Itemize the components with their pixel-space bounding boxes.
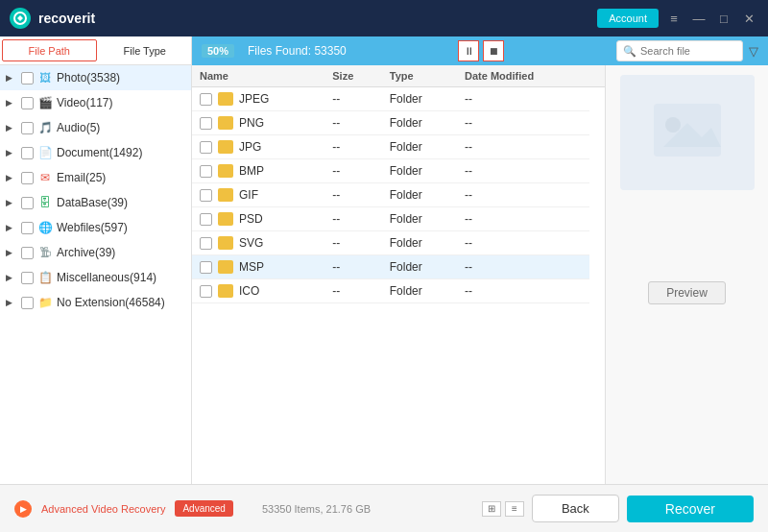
file-date: -- [457, 111, 589, 135]
search-input[interactable] [640, 45, 736, 57]
sidebar-item-noextension[interactable]: ▶ 📁 No Extension(46584) [0, 290, 191, 315]
file-name: JPEG [239, 92, 269, 106]
app-logo [10, 8, 31, 29]
title-bar: recoverit Account ≡ — □ ✕ [0, 0, 768, 36]
recover-button[interactable]: Recover [627, 496, 754, 522]
file-type: Folder [382, 111, 457, 135]
row-checkbox[interactable] [200, 141, 212, 154]
file-size: -- [324, 207, 382, 231]
file-size: -- [324, 135, 382, 159]
col-type: Type [382, 65, 457, 87]
files-header: 50% Files Found: 53350 ⏸ ⏹ 🔍 ▽ [192, 36, 768, 65]
row-checkbox[interactable] [200, 117, 212, 130]
expand-arrow-email: ▶ [6, 173, 17, 182]
photo-icon: 🖼 [37, 70, 53, 85]
grid-view-icon[interactable]: ⊞ [482, 501, 501, 517]
row-checkbox[interactable] [200, 165, 212, 178]
table-row[interactable]: MSP -- Folder -- [192, 255, 605, 279]
row-checkbox[interactable] [200, 261, 212, 274]
menu-button[interactable]: ≡ [664, 9, 684, 28]
sidebar-item-webfiles[interactable]: ▶ 🌐 Webfiles(597) [0, 215, 191, 240]
expand-arrow-miscellaneous: ▶ [6, 273, 17, 282]
label-photo: Photo(3538) [57, 71, 120, 85]
sidebar-item-email[interactable]: ▶ ✉ Email(25) [0, 165, 191, 190]
maximize-button[interactable]: □ [714, 9, 733, 28]
filter-icon[interactable]: ▽ [749, 44, 758, 59]
checkbox-webfiles[interactable] [21, 222, 34, 234]
files-found-label: Files Found: 53350 [248, 44, 347, 58]
file-type: Folder [382, 87, 457, 111]
file-type: Folder [382, 183, 457, 207]
checkbox-photo[interactable] [21, 72, 34, 85]
table-row[interactable]: PSD -- Folder -- [192, 207, 605, 231]
checkbox-database[interactable] [21, 197, 34, 209]
list-view-icon[interactable]: ≡ [505, 501, 524, 517]
checkbox-audio[interactable] [21, 122, 34, 134]
sidebar-item-photo[interactable]: ▶ 🖼 Photo(3538) [0, 65, 191, 90]
stop-button[interactable]: ⏹ [483, 40, 504, 61]
table-row[interactable]: SVG -- Folder -- [192, 231, 605, 255]
row-checkbox[interactable] [200, 285, 212, 298]
pause-button[interactable]: ⏸ [458, 40, 479, 61]
sidebar-item-video[interactable]: ▶ 🎬 Video(117) [0, 90, 191, 115]
checkbox-miscellaneous[interactable] [21, 272, 34, 284]
row-checkbox[interactable] [200, 189, 212, 202]
sidebar-item-document[interactable]: ▶ 📄 Document(1492) [0, 140, 191, 165]
archive-icon: 🗜 [37, 245, 53, 260]
sidebar-item-archive[interactable]: ▶ 🗜 Archive(39) [0, 240, 191, 265]
expand-arrow-audio: ▶ [6, 123, 17, 133]
label-webfiles: Webfiles(597) [57, 221, 128, 234]
file-type: Folder [382, 207, 457, 231]
search-icon: 🔍 [623, 45, 636, 58]
sidebar-item-database[interactable]: ▶ 🗄 DataBase(39) [0, 190, 191, 215]
table-row[interactable]: JPEG -- Folder -- [192, 87, 605, 111]
file-date: -- [457, 87, 589, 111]
video-icon: 🎬 [37, 95, 53, 110]
table-row[interactable]: ICO -- Folder -- [192, 279, 605, 303]
label-miscellaneous: Miscellaneous(914) [57, 271, 156, 284]
webfiles-icon: 🌐 [37, 220, 53, 235]
expand-arrow-document: ▶ [6, 148, 17, 157]
email-icon: ✉ [37, 170, 53, 185]
checkbox-noextension[interactable] [21, 297, 34, 309]
row-checkbox[interactable] [200, 93, 212, 106]
sidebar-item-audio[interactable]: ▶ 🎵 Audio(5) [0, 115, 191, 140]
main-content: File Path File Type ▶ 🖼 Photo(3538) ▶ 🎬 … [0, 36, 768, 484]
minimize-button[interactable]: — [689, 9, 708, 28]
file-date: -- [457, 159, 589, 183]
video-recovery-button[interactable]: Advanced Video Recovery [41, 503, 165, 515]
row-checkbox[interactable] [200, 213, 212, 226]
checkbox-video[interactable] [21, 97, 34, 109]
folder-icon [218, 116, 233, 130]
file-date: -- [457, 207, 589, 231]
file-name: SVG [239, 236, 263, 250]
table-row[interactable]: GIF -- Folder -- [192, 183, 605, 207]
close-button[interactable]: ✕ [739, 9, 758, 28]
label-video: Video(117) [57, 96, 113, 109]
table-row[interactable]: PNG -- Folder -- [192, 111, 605, 135]
checkbox-document[interactable] [21, 147, 34, 159]
back-button[interactable]: Back [532, 495, 619, 522]
file-type: Folder [382, 231, 457, 255]
file-table-container: Name Size Type Date Modified JPEG [192, 65, 605, 484]
table-row[interactable]: JPG -- Folder -- [192, 135, 605, 159]
preview-button[interactable]: Preview [648, 281, 726, 304]
row-checkbox[interactable] [200, 237, 212, 250]
app-title: recoverit [38, 11, 95, 26]
sidebar-item-miscellaneous[interactable]: ▶ 📋 Miscellaneous(914) [0, 265, 191, 290]
sidebar: File Path File Type ▶ 🖼 Photo(3538) ▶ 🎬 … [0, 36, 192, 484]
tab-file-type[interactable]: File Type [99, 36, 192, 64]
table-row[interactable]: BMP -- Folder -- [192, 159, 605, 183]
account-button[interactable]: Account [597, 9, 659, 28]
advanced-button[interactable]: Advanced [175, 500, 232, 517]
checkbox-email[interactable] [21, 172, 34, 184]
checkbox-archive[interactable] [21, 247, 34, 259]
label-database: DataBase(39) [57, 196, 128, 209]
progress-percent: 50% [202, 44, 234, 58]
preview-panel: Preview [605, 65, 768, 484]
file-size: -- [324, 87, 382, 111]
file-name: GIF [239, 188, 258, 202]
label-archive: Archive(39) [57, 246, 115, 259]
tab-file-path[interactable]: File Path [2, 39, 97, 61]
noextension-icon: 📁 [37, 295, 53, 310]
